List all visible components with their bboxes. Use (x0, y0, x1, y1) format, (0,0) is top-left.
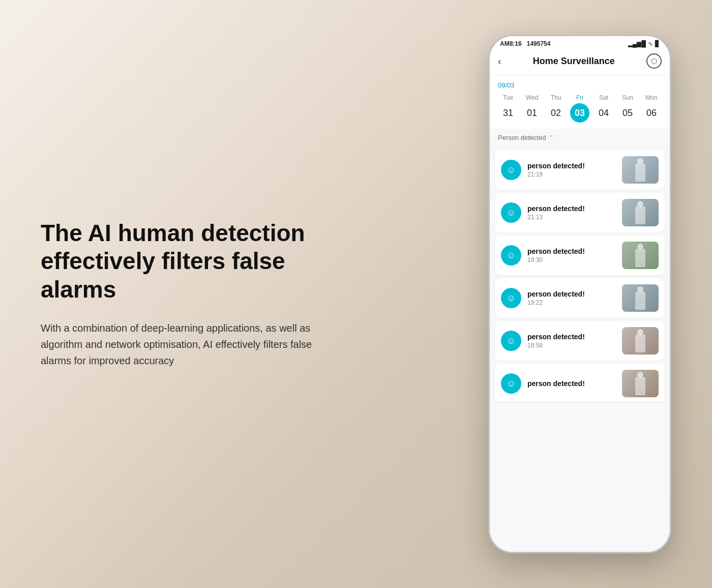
phone-header: ‹ Home Surveillance ⬡ (490, 49, 670, 75)
event-item[interactable]: ☺ person detected! 21:19 (495, 150, 665, 190)
date-label: 09/03 (498, 81, 662, 89)
right-panel: AM8:16 1495754 ▂▄▆█ ∿ ▊ ‹ Home Surveilla… (468, 0, 712, 588)
status-time: AM8:16 (500, 40, 522, 47)
cal-day-number: 05 (618, 103, 637, 123)
event-thumbnail (622, 284, 659, 312)
filter-chevron-icon: ⌃ (549, 134, 554, 141)
calendar-row: Tue 31 Wed 01 Thu 02 Fri 03 Sat 04 Sun 0… (498, 94, 662, 129)
event-item[interactable]: ☺ person detected! 21:13 (495, 193, 665, 232)
event-title: person detected! (527, 204, 616, 213)
cal-day-05[interactable]: Sun 05 (617, 94, 638, 123)
event-info: person detected! 21:19 (527, 162, 616, 178)
cal-day-name: Sat (599, 94, 608, 101)
cal-day-03[interactable]: Fri 03 (570, 94, 590, 123)
page-title: Home Surveillance (533, 56, 615, 67)
event-thumbnail (622, 199, 659, 226)
headline: The AI human detection effectively filte… (41, 219, 336, 304)
filter-label: Person detected (498, 134, 546, 141)
event-title: person detected! (527, 333, 616, 341)
event-time: 21:13 (527, 214, 616, 221)
event-time: 18:58 (527, 342, 616, 349)
event-icon: ☺ (501, 160, 521, 180)
cal-day-name: Sun (622, 94, 633, 101)
cal-day-number: 06 (642, 103, 661, 123)
date-section: 09/03 Tue 31 Wed 01 Thu 02 Fri 03 Sat 04… (490, 75, 670, 129)
event-item[interactable]: ☺ person detected! 19:30 (495, 236, 665, 275)
events-list[interactable]: ☺ person detected! 21:19 ☺ person detect… (490, 147, 670, 552)
cal-day-name: Fri (576, 94, 583, 101)
event-info: person detected! 19:22 (527, 290, 616, 306)
cal-day-06[interactable]: Mon 06 (641, 94, 662, 123)
cal-day-number: 31 (498, 103, 518, 123)
event-thumbnail (622, 327, 659, 355)
status-carrier: 1495754 (527, 40, 551, 47)
event-time: 19:22 (527, 299, 616, 306)
event-icon: ☺ (501, 331, 521, 351)
cal-day-number: 04 (594, 103, 613, 123)
cal-day-name: Tue (503, 94, 513, 101)
battery-icon: ▊ (655, 40, 660, 47)
event-icon: ☺ (501, 373, 521, 394)
event-item[interactable]: ☺ person detected! 18:58 (495, 321, 665, 361)
cal-day-number: 02 (546, 103, 566, 123)
event-icon: ☺ (501, 202, 521, 223)
event-title: person detected! (527, 247, 616, 255)
cal-day-name: Thu (551, 94, 561, 101)
event-info: person detected! 21:13 (527, 204, 616, 221)
cal-day-number: 03 (570, 103, 589, 123)
event-time: 19:30 (527, 256, 616, 263)
status-icons: ▂▄▆█ ∿ ▊ (628, 40, 660, 47)
subtext: With a combination of deep-learning appl… (41, 320, 325, 369)
left-panel: The AI human detection effectively filte… (0, 0, 468, 588)
event-icon: ☺ (501, 288, 521, 308)
back-button[interactable]: ‹ (498, 55, 501, 67)
settings-button[interactable]: ⬡ (646, 53, 662, 69)
wifi-icon: ∿ (648, 40, 653, 47)
event-info: person detected! 18:58 (527, 333, 616, 349)
event-title: person detected! (527, 379, 616, 388)
event-item[interactable]: ☺ person detected! 19:22 (495, 278, 665, 318)
phone-shell: AM8:16 1495754 ▂▄▆█ ∿ ▊ ‹ Home Surveilla… (488, 35, 671, 553)
signal-icon: ▂▄▆█ (628, 40, 646, 47)
cal-day-31[interactable]: Tue 31 (498, 94, 518, 123)
event-thumbnail (622, 370, 659, 397)
cal-day-01[interactable]: Wed 01 (522, 94, 542, 123)
filter-row[interactable]: Person detected ⌃ (490, 129, 670, 147)
event-thumbnail (622, 156, 659, 184)
event-icon: ☺ (501, 245, 521, 266)
cal-day-02[interactable]: Thu 02 (546, 94, 566, 123)
status-time-carrier: AM8:16 1495754 (500, 40, 550, 47)
event-title: person detected! (527, 290, 616, 298)
event-info: person detected! (527, 379, 616, 388)
event-time: 21:19 (527, 171, 616, 178)
cal-day-name: Wed (526, 94, 538, 101)
cal-day-number: 01 (522, 103, 542, 123)
event-thumbnail (622, 242, 659, 269)
settings-icon: ⬡ (651, 57, 657, 65)
cal-day-04[interactable]: Sat 04 (594, 94, 614, 123)
event-info: person detected! 19:30 (527, 247, 616, 263)
event-item[interactable]: ☺ person detected! (495, 364, 665, 401)
cal-day-name: Mon (645, 94, 657, 101)
status-bar: AM8:16 1495754 ▂▄▆█ ∿ ▊ (490, 36, 670, 49)
event-title: person detected! (527, 162, 616, 170)
